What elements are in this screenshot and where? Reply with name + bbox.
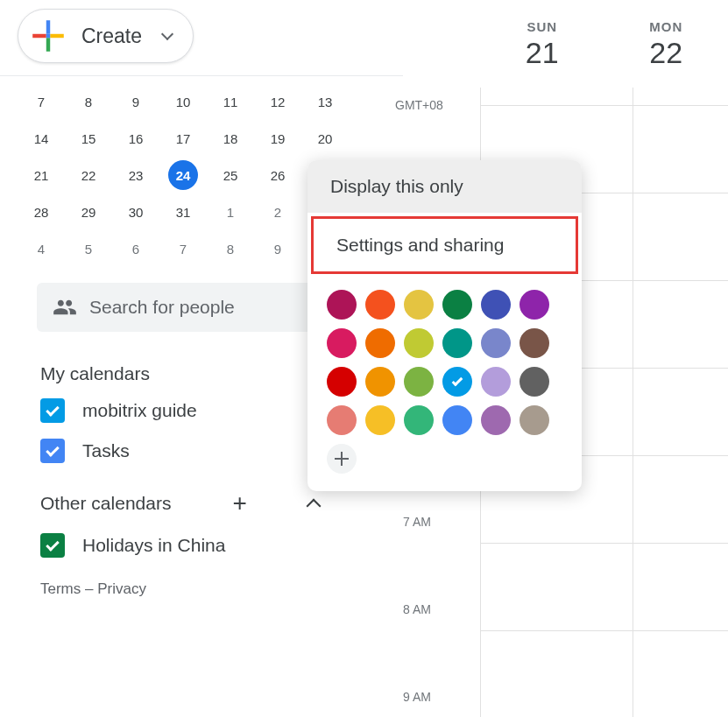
color-swatch[interactable]	[327, 328, 357, 358]
grid-hline	[480, 543, 728, 544]
color-swatch[interactable]	[481, 367, 511, 397]
mini-cal-day[interactable]: 28	[18, 193, 65, 230]
mini-cal-day[interactable]: 23	[112, 157, 159, 193]
color-swatch[interactable]	[365, 405, 395, 435]
display-this-only-item[interactable]: Display this only	[307, 160, 582, 213]
search-placeholder: Search for people	[89, 297, 235, 318]
mini-cal-day[interactable]: 6	[112, 230, 159, 267]
mini-cal-day[interactable]: 21	[18, 157, 65, 193]
hour-label: 7 AM	[403, 515, 431, 529]
mini-cal-day[interactable]: 19	[254, 120, 301, 157]
mini-cal-day[interactable]: 29	[65, 193, 112, 230]
mini-cal-day[interactable]: 12	[254, 83, 301, 120]
mini-cal-day[interactable]: 13	[301, 83, 349, 120]
day-column-header[interactable]: SUN21	[480, 0, 604, 88]
footer: Terms – Privacy	[40, 580, 385, 598]
mini-cal-day[interactable]: 4	[18, 230, 65, 267]
mini-cal-day[interactable]: 14	[18, 120, 65, 157]
calendar-checkbox[interactable]	[40, 533, 65, 558]
color-swatch[interactable]	[327, 405, 357, 435]
hour-label: 9 AM	[403, 690, 431, 704]
people-icon	[53, 295, 77, 320]
grid-vline	[633, 88, 633, 717]
terms-link[interactable]: Terms	[40, 580, 81, 597]
settings-and-sharing-item[interactable]: Settings and sharing	[314, 219, 576, 271]
mini-cal-day[interactable]: 26	[254, 157, 301, 193]
mini-calendar: 7891011121314151617181920212223242526282…	[18, 83, 350, 267]
calendar-checkbox[interactable]	[40, 398, 65, 423]
color-swatch[interactable]	[404, 405, 434, 435]
chevron-down-icon	[161, 28, 173, 40]
mini-cal-day[interactable]: 16	[112, 120, 159, 157]
grid-hline	[480, 630, 728, 631]
mini-cal-day[interactable]: 22	[65, 157, 112, 193]
mini-cal-day[interactable]: 10	[159, 83, 207, 120]
mini-cal-day[interactable]: 15	[65, 120, 112, 157]
mini-cal-day[interactable]: 31	[159, 193, 207, 230]
mini-cal-day[interactable]: 25	[207, 157, 254, 193]
color-swatch[interactable]	[519, 290, 549, 320]
color-swatch[interactable]	[365, 290, 395, 320]
mini-cal-day[interactable]: 5	[65, 230, 112, 267]
mini-cal-day[interactable]: 11	[207, 83, 254, 120]
color-swatch[interactable]	[519, 367, 549, 397]
color-swatch[interactable]	[519, 405, 549, 435]
calendar-label: Tasks	[82, 440, 130, 461]
other-calendars-title[interactable]: Other calendars	[40, 493, 171, 514]
color-swatch[interactable]	[481, 405, 511, 435]
calendar-context-menu: Display this only Settings and sharing	[307, 160, 582, 491]
color-swatch[interactable]	[442, 367, 472, 397]
color-swatch[interactable]	[481, 290, 511, 320]
mini-cal-day[interactable]: 2	[254, 193, 301, 230]
color-swatch[interactable]	[404, 328, 434, 358]
add-calendar-icon[interactable]: +	[232, 489, 246, 517]
calendar-checkbox[interactable]	[40, 439, 65, 463]
mini-cal-day[interactable]: 9	[112, 83, 159, 120]
mini-cal-day[interactable]: 20	[301, 120, 349, 157]
day-column-header[interactable]: MON22	[604, 0, 729, 88]
color-swatch[interactable]	[365, 367, 395, 397]
mini-cal-day[interactable]: 17	[159, 120, 207, 157]
color-swatch[interactable]	[442, 328, 472, 358]
calendar-label: mobitrix guide	[82, 400, 197, 421]
color-swatch[interactable]	[404, 290, 434, 320]
color-swatch[interactable]	[481, 328, 511, 358]
mini-cal-day[interactable]: 7	[159, 230, 207, 267]
color-picker	[307, 278, 582, 491]
color-swatch[interactable]	[442, 405, 472, 435]
mini-cal-day[interactable]: 24	[159, 157, 207, 193]
divider	[0, 75, 403, 76]
hour-label: 8 AM	[403, 602, 431, 616]
privacy-link[interactable]: Privacy	[97, 580, 146, 597]
mini-cal-day[interactable]: 30	[112, 193, 159, 230]
google-plus-icon	[31, 18, 66, 53]
color-swatch[interactable]	[327, 367, 357, 397]
create-label: Create	[81, 25, 142, 48]
color-swatch[interactable]	[365, 328, 395, 358]
color-swatch[interactable]	[327, 290, 357, 320]
mini-cal-day[interactable]: 8	[207, 230, 254, 267]
chevron-up-icon[interactable]	[306, 499, 321, 514]
mini-cal-day[interactable]: 7	[18, 83, 65, 120]
mini-cal-day[interactable]: 8	[65, 83, 112, 120]
calendar-label: Holidays in China	[82, 535, 225, 556]
color-swatch[interactable]	[519, 328, 549, 358]
timezone-label: GMT+08	[395, 98, 443, 112]
grid-hline	[480, 105, 728, 106]
color-swatch[interactable]	[404, 367, 434, 397]
mini-cal-day[interactable]: 1	[207, 193, 254, 230]
add-color-button[interactable]	[327, 444, 357, 474]
calendar-item[interactable]: Holidays in China	[40, 533, 385, 558]
mini-cal-day[interactable]: 9	[254, 230, 301, 267]
search-people-input[interactable]: Search for people	[37, 283, 340, 332]
create-button[interactable]: Create	[18, 9, 194, 63]
mini-cal-day[interactable]: 18	[207, 120, 254, 157]
color-swatch[interactable]	[442, 290, 472, 320]
